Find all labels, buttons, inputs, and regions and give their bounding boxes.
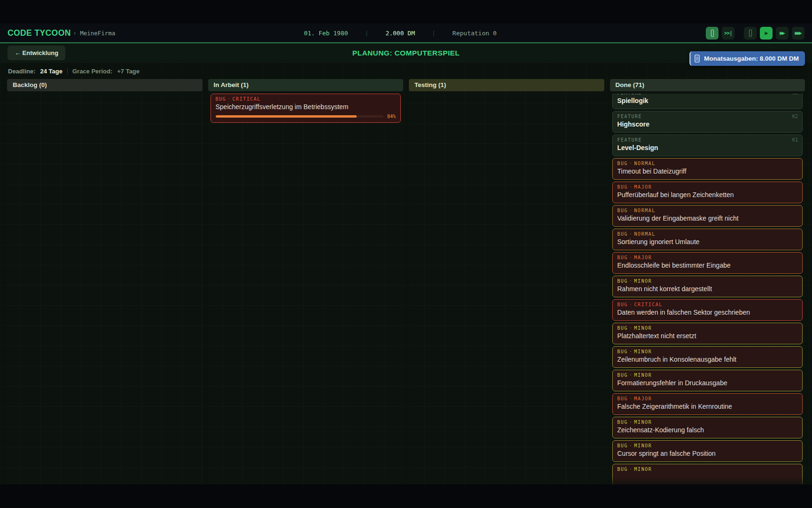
column-done: Done (71)FEATURESpiellogikK6FEATUREHighs… <box>610 79 805 487</box>
bug-card[interactable]: BUG·MINORFormatierungsfehler in Druckaus… <box>612 370 803 391</box>
card-title: Falsche Zeigerarithmetik in Kernroutine <box>617 403 798 410</box>
severity-label: CRITICAL <box>233 96 261 102</box>
reputation-value: Reputation 0 <box>453 30 497 37</box>
skip-forward-button[interactable]: >>| <box>722 27 734 40</box>
bug-card[interactable]: BUG·CRITICALDaten werden in falschen Sek… <box>612 299 803 321</box>
column-header-done: Done (71) <box>610 79 805 91</box>
severity-label: MINOR <box>634 443 652 448</box>
grace-period-value: +7 Tage <box>117 68 140 75</box>
label-separator: · <box>628 467 634 472</box>
feature-card[interactable]: FEATUREHighscoreK2 <box>612 111 803 133</box>
bug-card[interactable]: BUG·NORMALSortierung ignoriert Umlaute <box>612 229 803 250</box>
label-separator: · <box>628 255 634 260</box>
label-separator: · <box>628 325 634 331</box>
card-type-label: FEATURE <box>617 94 798 95</box>
speed-2x-button[interactable]: ▶▶ <box>776 27 789 40</box>
deadline-label: Deadline: <box>8 68 36 75</box>
bug-label: BUG <box>617 161 628 166</box>
bug-label: BUG <box>617 349 628 354</box>
bug-label: BUG <box>617 443 628 448</box>
feature-card[interactable]: FEATURELevel-DesignK1 <box>612 135 803 156</box>
severity-label: MINOR <box>634 325 652 331</box>
letterbox-top <box>0 0 812 24</box>
card-complexity-tag: K6 <box>792 94 798 95</box>
skip-forward-icon: >>| <box>724 30 732 36</box>
card-type-label: BUG·MINOR <box>617 278 798 284</box>
pause-step-button[interactable] <box>706 27 718 40</box>
column-header-testing: Testing (1) <box>409 79 604 91</box>
grace-period-label: Grace Period: <box>72 68 112 75</box>
card-type-label: BUG·MINOR <box>617 443 798 448</box>
card-title: Speicherzugriffsverletzung im Betriebssy… <box>216 103 396 111</box>
card-title: Timeout bei Dateizugriff <box>617 167 798 175</box>
column-header-in-arbeit: In Arbeit (1) <box>208 79 404 91</box>
deadline-row: Deadline: 24 Tage Grace Period: +7 Tage <box>8 66 805 76</box>
pause-button[interactable] <box>744 27 757 40</box>
card-title: Daten werden in falschen Sektor geschrie… <box>617 309 798 316</box>
bug-card[interactable]: BUG·MAJORFalsche Zeigerarithmetik in Ker… <box>612 393 803 415</box>
label-separator: · <box>628 231 634 237</box>
bug-card[interactable]: BUG·NORMALValidierung der Eingabemaske g… <box>612 205 803 227</box>
bug-card[interactable]: BUG·MINOR <box>612 464 803 485</box>
monthly-expenses-label: Monatsausgaben: 8.000 DM DM <box>704 55 799 62</box>
card-title: Zeichensatz-Kodierung falsch <box>617 426 798 434</box>
severity-label: CRITICAL <box>634 302 663 307</box>
bug-card[interactable]: BUG·MINORZeilenumbruch in Konsolenausgab… <box>612 346 803 368</box>
monthly-expenses-badge: Monatsausgaben: 8.000 DM DM <box>689 51 805 66</box>
back-to-development-button[interactable]: ← Entwicklung <box>8 46 65 60</box>
severity-label: MAJOR <box>634 255 652 260</box>
status-bar: 01. Feb 1980 | 2.000 DM | Reputation 0 <box>304 24 497 42</box>
label-separator: · <box>628 208 634 213</box>
severity-label: MINOR <box>634 278 652 284</box>
bug-label: BUG <box>617 231 628 237</box>
bug-label: BUG <box>617 373 628 378</box>
kanban-columns: Backlog (0)In Arbeit (1)BUG·CRITICALSpei… <box>7 79 805 483</box>
progress-label: 84% <box>387 114 396 119</box>
card-title: Level-Design <box>617 144 798 151</box>
card-title: Cursor springt an falsche Position <box>617 450 798 457</box>
severity-label: MAJOR <box>634 396 652 401</box>
card-title: Validierung der Eingabemaske greift nich… <box>617 214 798 222</box>
card-title: Highscore <box>617 120 798 128</box>
pause-bar-icon <box>749 30 752 37</box>
column-header-backlog: Backlog (0) <box>7 79 203 91</box>
play-button[interactable]: ▶ <box>760 27 773 40</box>
feature-card[interactable]: FEATURESpiellogikK6 <box>612 94 803 109</box>
card-complexity-tag: K2 <box>792 114 798 119</box>
app-title: CODE TYCOON <box>8 28 71 38</box>
label-separator: · <box>628 349 634 354</box>
column-cards-done: FEATURESpiellogikK6FEATUREHighscoreK2FEA… <box>610 94 805 487</box>
bug-card[interactable]: BUG·MINORZeichensatz-Kodierung falsch <box>612 417 803 438</box>
speed-3x-button[interactable]: ▶▶▶ <box>792 27 804 40</box>
company-name: MeineFirma <box>80 30 115 37</box>
page-title: PLANUNG: COMPUTERSPIEL <box>352 49 460 57</box>
severity-label: MINOR <box>634 420 652 425</box>
bug-card[interactable]: BUG·MINORPlatzhaltertext nicht ersetzt <box>612 323 803 344</box>
card-complexity-tag: K1 <box>792 137 798 143</box>
breadcrumb-separator: › <box>73 29 77 37</box>
bug-card[interactable]: BUG·MINORRahmen nicht korrekt dargestell… <box>612 276 803 297</box>
bug-label: BUG <box>617 255 628 260</box>
bug-card[interactable]: BUG·NORMALTimeout bei Dateizugriff <box>612 158 803 180</box>
card-type-label: BUG·MINOR <box>617 349 798 354</box>
card-type-label: BUG·NORMAL <box>617 208 798 213</box>
bug-card[interactable]: BUG·MAJOREndlosschleife bei bestimmter E… <box>612 252 803 274</box>
app-header: CODE TYCOON › MeineFirma 01. Feb 1980 | … <box>0 24 812 43</box>
bug-label: BUG <box>617 420 628 425</box>
card-title: Sortierung ignoriert Umlaute <box>617 238 798 246</box>
card-title: Platzhaltertext nicht ersetzt <box>617 332 798 340</box>
card-title: Spiellogik <box>617 97 798 104</box>
bug-card[interactable]: BUG·CRITICALSpeicherzugriffsverletzung i… <box>211 94 401 123</box>
fast-forward-icon: ▶▶ <box>781 30 783 36</box>
fastest-forward-icon: ▶▶▶ <box>796 30 801 36</box>
bug-card[interactable]: BUG·MINORCursor springt an falsche Posit… <box>612 440 803 462</box>
money-value: 2.000 DM <box>385 30 415 37</box>
card-type-label: FEATURE <box>617 114 798 119</box>
bug-label: BUG <box>617 278 628 284</box>
label-separator: · <box>226 96 233 102</box>
bug-card[interactable]: BUG·MAJORPufferüberlauf bei langen Zeich… <box>612 182 803 203</box>
progress-bar: 84% <box>216 114 396 119</box>
card-title: Zeilenumbruch in Konsolenausgabe fehlt <box>617 356 798 363</box>
card-type-label: BUG·MINOR <box>617 325 798 331</box>
card-type-label: BUG·MINOR <box>617 373 798 378</box>
